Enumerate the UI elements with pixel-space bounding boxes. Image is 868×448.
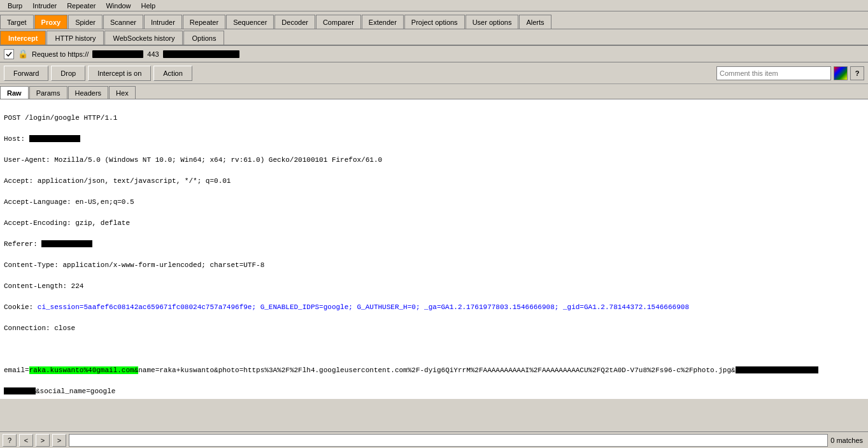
menu-help[interactable]: Help [136,2,161,10]
tab-headers[interactable]: Headers [68,86,109,99]
post-data-redacted [736,366,818,373]
request-checkbox[interactable] [4,49,14,59]
tab-extender[interactable]: Extender [362,15,404,29]
tab-comparer[interactable]: Comparer [316,15,361,29]
content-tabs: Raw Params Headers Hex [0,84,868,99]
tab-params[interactable]: Params [29,86,68,99]
social-name-line: &social_name=google [36,387,115,395]
search-input[interactable] [69,434,828,447]
color-picker-button[interactable] [834,66,848,80]
subtab-http-history[interactable]: HTTP history [46,31,104,45]
host-label: Host: [4,135,29,143]
sub-tabs: Intercept HTTP history WebSockets histor… [0,29,868,46]
tab-project-options[interactable]: Project options [404,15,465,29]
help-icon[interactable]: ? [850,66,864,80]
menu-bar: Burp Intruder Repeater Window Help [0,0,868,11]
referer-value-redacted [41,240,92,247]
action-button[interactable]: Action [153,66,192,81]
subtab-options[interactable]: Options [183,31,224,45]
user-agent-line: User-Agent: Mozilla/5.0 (Windows NT 10.0… [4,156,382,164]
content-type-line: Content-Type: application/x-www-form-url… [4,261,264,269]
request-url-prefix: Request to https:// [32,50,89,58]
forward-button[interactable]: Forward [4,66,48,81]
subtab-websockets-history[interactable]: WebSockets history [104,31,183,45]
tab-scanner[interactable]: Scanner [103,15,143,29]
status-bar: ? < > > 0 matches [0,431,868,448]
tab-sequencer[interactable]: Sequencer [226,15,274,29]
host-value-redacted [29,135,80,142]
intercept-toggle-button[interactable]: Intercept is on [88,66,151,81]
tab-repeater[interactable]: Repeater [183,15,225,29]
request-port: 443 [147,50,159,58]
matches-count: 0 matches [830,437,865,444]
content-length-line: Content-Length: 224 [4,282,83,290]
post-data: name=raka+kuswanto&photo=https%3A%2F%2Fl… [138,366,735,374]
path-redacted [163,50,239,58]
menu-intruder[interactable]: Intruder [27,2,62,10]
tab-spider[interactable]: Spider [68,15,103,29]
cookie-value: ci_session=5aafef6c08142ac659671fc08024c… [38,303,689,311]
tab-hex[interactable]: Hex [109,86,136,99]
email-highlighted: raka.kuswanto%40gmail.com& [29,366,139,374]
tool-tabs: Target Proxy Spider Scanner Intruder Rep… [0,11,868,29]
connection-line: Connection: close [4,324,75,332]
drop-button[interactable]: Drop [51,66,85,81]
subtab-intercept[interactable]: Intercept [0,31,46,45]
menu-window[interactable]: Window [101,2,136,10]
host-redacted [92,50,143,58]
prev-button[interactable]: < [19,434,33,447]
menu-repeater[interactable]: Repeater [62,2,101,10]
email-prefix: email= [4,366,29,374]
social-prefix-redacted [4,387,36,394]
tab-proxy[interactable]: Proxy [34,15,68,29]
accept-language-line: Accept-Language: en-US,en;q=0.5 [4,198,134,206]
accept-line: Accept: application/json, text/javascrip… [4,177,231,185]
help-nav-button[interactable]: ? [3,434,17,447]
tab-alerts[interactable]: Alerts [519,15,551,29]
referer-label: Referer: [4,240,41,248]
action-bar: Forward Drop Intercept is on Action ? [0,62,868,84]
tab-target[interactable]: Target [0,15,34,29]
tab-intruder[interactable]: Intruder [144,15,182,29]
accept-encoding-line: Accept-Encoding: gzip, deflate [4,219,130,227]
cookie-label: Cookie: [4,303,38,311]
tab-user-options[interactable]: User options [466,15,519,29]
request-body[interactable]: POST /login/google HTTP/1.1 Host: User-A… [0,99,868,399]
next-button[interactable]: > [52,434,66,447]
next-prev-button[interactable]: > [36,434,50,447]
lock-icon: 🔒 [18,49,28,59]
request-info-bar: 🔒 Request to https:// 443 [0,46,868,62]
tab-decoder[interactable]: Decoder [274,15,315,29]
comment-area: ? [716,66,864,80]
comment-input[interactable] [716,66,831,80]
tab-raw[interactable]: Raw [0,86,29,99]
menu-burp[interactable]: Burp [3,2,27,10]
request-line1: POST /login/google HTTP/1.1 [4,114,117,122]
